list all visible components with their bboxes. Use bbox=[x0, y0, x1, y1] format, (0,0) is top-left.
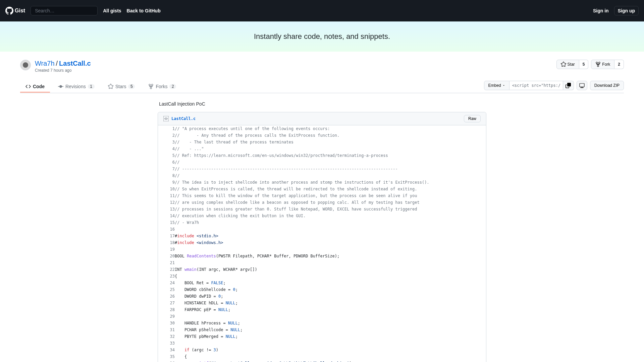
embed-input[interactable] bbox=[509, 81, 563, 90]
raw-button[interactable]: Raw bbox=[464, 115, 481, 122]
line-number[interactable]: 5 bbox=[158, 152, 175, 159]
code-line: 19 bbox=[158, 246, 486, 253]
line-number[interactable]: 21 bbox=[158, 259, 175, 266]
content: LastCall Injection PoC LastCall.c Raw 1/… bbox=[158, 101, 486, 362]
signup-button[interactable]: Sign up bbox=[614, 6, 639, 15]
gist-filename-link[interactable]: LastCall.c bbox=[59, 60, 91, 67]
line-number[interactable]: 28 bbox=[158, 306, 175, 313]
code-line: 24 BOOL Ret = FALSE; bbox=[158, 280, 486, 286]
site-header: Gist All gists Back to GitHub Sign in Si… bbox=[0, 0, 644, 21]
code-line: 15// - Wra7h bbox=[158, 219, 486, 226]
line-content: // -------------------------------------… bbox=[175, 166, 486, 172]
signin-link[interactable]: Sign in bbox=[593, 8, 609, 13]
line-number[interactable]: 30 bbox=[158, 320, 175, 326]
logo-text: Gist bbox=[15, 8, 25, 14]
avatar[interactable] bbox=[20, 60, 31, 70]
line-number[interactable]: 36 bbox=[158, 360, 175, 362]
line-number[interactable]: 16 bbox=[158, 226, 175, 233]
code-line: 16 bbox=[158, 226, 486, 233]
line-content: INT wmain(INT argc, WCHAR* argv[]) bbox=[175, 266, 486, 273]
embed-group: Embed bbox=[484, 81, 574, 90]
line-number[interactable]: 7 bbox=[158, 166, 175, 172]
line-number[interactable]: 31 bbox=[158, 326, 175, 333]
line-number[interactable]: 15 bbox=[158, 219, 175, 226]
clipboard-icon bbox=[566, 83, 571, 88]
line-number[interactable]: 22 bbox=[158, 266, 175, 273]
download-zip-button[interactable]: Download ZIP bbox=[590, 81, 624, 90]
line-number[interactable]: 24 bbox=[158, 280, 175, 286]
line-number[interactable]: 34 bbox=[158, 347, 175, 353]
code-line: 2// - Any thread of the process calls th… bbox=[158, 132, 486, 139]
line-number[interactable]: 14 bbox=[158, 213, 175, 219]
open-desktop-button[interactable] bbox=[577, 81, 587, 90]
line-number[interactable]: 33 bbox=[158, 340, 175, 347]
github-icon bbox=[5, 7, 13, 15]
line-content: { bbox=[175, 353, 486, 360]
code-line: 4// - ..." bbox=[158, 145, 486, 152]
code-line: 30 HANDLE hProcess = NULL; bbox=[158, 320, 486, 326]
gist-logo[interactable]: Gist bbox=[5, 7, 25, 15]
code-line: 11// This seems to kill the window of th… bbox=[158, 192, 486, 199]
line-number[interactable]: 26 bbox=[158, 293, 175, 300]
tab-revisions[interactable]: Revisions 1 bbox=[53, 81, 100, 93]
star-icon bbox=[108, 84, 113, 89]
fork-label: Fork bbox=[602, 62, 610, 67]
line-number[interactable]: 6 bbox=[158, 159, 175, 166]
slash: / bbox=[56, 60, 58, 67]
line-content bbox=[175, 340, 486, 347]
line-content: BOOL ReadContents(PWSTR Filepath, PCHAR*… bbox=[175, 253, 486, 259]
line-number[interactable]: 2 bbox=[158, 132, 175, 139]
line-content: PBYTE pbMerged = NULL; bbox=[175, 333, 486, 340]
line-content: DWORD cbShellcode = 0; bbox=[175, 286, 486, 293]
line-number[interactable]: 8 bbox=[158, 172, 175, 179]
line-number[interactable]: 12 bbox=[158, 199, 175, 206]
line-number[interactable]: 9 bbox=[158, 179, 175, 186]
file-name-link[interactable]: LastCall.c bbox=[171, 116, 196, 121]
code-line: 9// The idea is to inject shellcode into… bbox=[158, 179, 486, 186]
code-line: 28 FARPROC pEP = NULL; bbox=[158, 306, 486, 313]
star-count[interactable]: 5 bbox=[579, 60, 589, 69]
copy-embed-button[interactable] bbox=[563, 81, 574, 90]
line-number[interactable]: 25 bbox=[158, 286, 175, 293]
line-content: // Ref: https://learn.microsoft.com/en-u… bbox=[175, 152, 486, 159]
line-number[interactable]: 27 bbox=[158, 300, 175, 306]
star-button[interactable]: Star bbox=[556, 60, 579, 69]
line-content: // bbox=[175, 159, 486, 166]
embed-label: Embed bbox=[488, 83, 501, 88]
fork-count[interactable]: 2 bbox=[614, 60, 624, 69]
code-line: 20BOOL ReadContents(PWSTR Filepath, PCHA… bbox=[158, 253, 486, 259]
line-number[interactable]: 4 bbox=[158, 145, 175, 152]
revisions-icon bbox=[58, 84, 63, 89]
embed-dropdown[interactable]: Embed bbox=[484, 81, 509, 90]
nav-all-gists[interactable]: All gists bbox=[103, 8, 121, 13]
line-number[interactable]: 17 bbox=[158, 233, 175, 239]
tab-code[interactable]: Code bbox=[20, 81, 50, 93]
line-content: HANDLE hProcess = NULL; bbox=[175, 320, 486, 326]
code-icon bbox=[25, 84, 31, 89]
line-number[interactable]: 19 bbox=[158, 246, 175, 253]
line-number[interactable]: 18 bbox=[158, 239, 175, 246]
search-input[interactable] bbox=[31, 6, 98, 15]
line-number[interactable]: 32 bbox=[158, 333, 175, 340]
line-number[interactable]: 1 bbox=[158, 125, 175, 132]
line-number[interactable]: 20 bbox=[158, 253, 175, 259]
line-number[interactable]: 29 bbox=[158, 313, 175, 320]
line-number[interactable]: 3 bbox=[158, 139, 175, 145]
tab-forks[interactable]: Forks 2 bbox=[143, 81, 181, 93]
tab-stars[interactable]: Stars 5 bbox=[103, 81, 141, 93]
line-content: // So when ExitProcess is called, the th… bbox=[175, 186, 486, 192]
line-content: printf("Usage: LastCall.exe <pid> <C:\\P… bbox=[175, 360, 486, 362]
line-number[interactable]: 11 bbox=[158, 192, 175, 199]
fork-icon bbox=[148, 84, 154, 89]
tab-stars-count: 5 bbox=[128, 84, 135, 89]
tab-code-label: Code bbox=[33, 84, 45, 89]
author-link[interactable]: Wra7h bbox=[35, 60, 55, 67]
line-number[interactable]: 23 bbox=[158, 273, 175, 280]
gist-header: Wra7h / LastCall.c Created 7 hours ago S… bbox=[20, 57, 624, 75]
nav-back-github[interactable]: Back to GitHub bbox=[127, 8, 161, 13]
fork-button[interactable]: Fork bbox=[591, 60, 614, 69]
line-number[interactable]: 10 bbox=[158, 186, 175, 192]
line-content: if (argc != 3) bbox=[175, 347, 486, 353]
line-number[interactable]: 13 bbox=[158, 206, 175, 213]
line-number[interactable]: 35 bbox=[158, 353, 175, 360]
